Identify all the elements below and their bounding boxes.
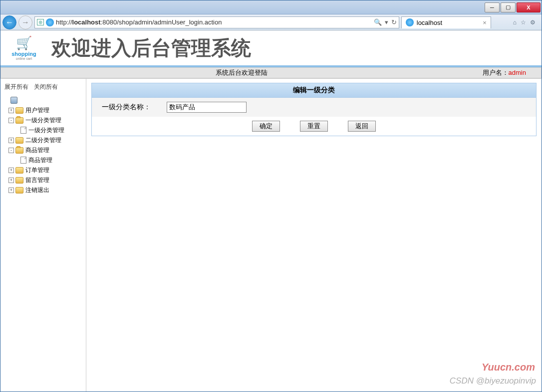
folder-open-icon <box>15 117 23 124</box>
expand-icon[interactable]: + <box>8 168 14 173</box>
sidebar-item-cat1[interactable]: -一级分类管理 <box>1 115 85 125</box>
folder-open-icon <box>15 147 23 154</box>
separator: ▾ <box>385 18 388 26</box>
category-name-input[interactable] <box>167 102 247 113</box>
folder-icon <box>15 167 23 174</box>
folder-icon <box>15 177 23 184</box>
user-info: 用户名：admin <box>483 68 541 77</box>
forward-button[interactable]: → <box>18 15 32 29</box>
panel-title: 编辑一级分类 <box>92 83 536 98</box>
maximize-button[interactable]: ▢ <box>501 2 516 12</box>
tab-title: localhost <box>417 19 442 26</box>
address-bar: ← → ⊕ http://localhost:8080/shop/admin/a… <box>0 14 542 30</box>
tab-close-icon[interactable]: × <box>483 19 487 26</box>
back-button[interactable]: ← <box>2 15 16 29</box>
sidebar-item-logout[interactable]: +注销退出 <box>1 185 85 195</box>
file-icon <box>20 127 26 134</box>
refresh-icon[interactable]: ↻ <box>391 18 397 26</box>
home-icon[interactable]: ⌂ <box>513 19 517 26</box>
sidebar-item-message[interactable]: +留言管理 <box>1 175 85 185</box>
ie-icon <box>46 18 54 26</box>
sidebar-item-cat2[interactable]: +二级分类管理 <box>1 135 85 145</box>
sidebar-item-user[interactable]: +用户管理 <box>1 105 85 115</box>
sidebar: 展开所有 关闭所有 +用户管理 -一级分类管理 一级分类管理 +二级分类管理 -… <box>0 79 86 392</box>
window-titlebar: ─ ▢ X <box>0 0 542 14</box>
main-panel: 编辑一级分类 一级分类名称： 确定 重置 返回 <box>86 79 542 392</box>
collapse-all-link[interactable]: 关闭所有 <box>34 83 58 90</box>
url-text: http://localhost:8080/shop/admin/adminUs… <box>56 18 372 26</box>
browser-tab[interactable]: localhost × <box>401 16 491 28</box>
folder-icon <box>15 187 23 194</box>
search-icon[interactable]: 🔍 <box>374 18 382 26</box>
collapse-icon[interactable]: - <box>8 148 14 153</box>
toolbar-icons: ⌂ ☆ ⚙ <box>509 19 540 26</box>
sidebar-item-cat1-sub[interactable]: 一级分类管理 <box>1 125 85 135</box>
file-icon <box>20 157 26 164</box>
expand-icon[interactable]: + <box>8 188 14 193</box>
welcome-text: 系统后台欢迎登陆 <box>1 68 483 77</box>
expand-icon[interactable]: + <box>8 108 14 113</box>
info-bar: 系统后台欢迎登陆 用户名：admin <box>0 67 542 78</box>
url-field[interactable]: ⊕ http://localhost:8080/shop/admin/admin… <box>34 16 399 28</box>
field-label: 一级分类名称： <box>102 103 167 112</box>
page-header: 🛒 shopping online cart 欢迎进入后台管理系统 <box>0 30 542 67</box>
collapse-icon[interactable]: - <box>8 118 14 123</box>
expand-icon[interactable]: + <box>8 178 14 183</box>
sidebar-item-product-sub[interactable]: 商品管理 <box>1 155 85 165</box>
logo: 🛒 shopping online cart <box>6 35 41 60</box>
nav-tree: +用户管理 -一级分类管理 一级分类管理 +二级分类管理 -商品管理 商品管理 … <box>1 95 85 195</box>
page-content: 🛒 shopping online cart 欢迎进入后台管理系统 系统后台欢迎… <box>0 30 542 392</box>
watermark: Yuucn.com <box>482 362 535 373</box>
drive-icon <box>10 97 17 104</box>
favorites-icon[interactable]: ☆ <box>521 19 526 26</box>
button-row: 确定 重置 返回 <box>92 117 536 136</box>
username: admin <box>509 69 526 76</box>
back-button[interactable]: 返回 <box>348 121 376 132</box>
folder-icon <box>15 137 23 144</box>
workspace: 展开所有 关闭所有 +用户管理 -一级分类管理 一级分类管理 +二级分类管理 -… <box>0 78 542 392</box>
settings-icon[interactable]: ⚙ <box>530 19 536 26</box>
expand-all-link[interactable]: 展开所有 <box>4 83 28 90</box>
page-title: 欢迎进入后台管理系统 <box>51 34 251 62</box>
folder-icon <box>15 107 23 114</box>
edit-panel: 编辑一级分类 一级分类名称： 确定 重置 返回 <box>91 83 537 136</box>
sidebar-item-product[interactable]: -商品管理 <box>1 145 85 155</box>
expand-icon[interactable]: + <box>8 138 14 143</box>
minimize-button[interactable]: ─ <box>485 2 500 12</box>
watermark: CSDN @biyezuopinvip <box>450 376 536 386</box>
browser-window: ─ ▢ X ← → ⊕ http://localhost:8080/shop/a… <box>0 0 542 392</box>
sidebar-item-order[interactable]: +订单管理 <box>1 165 85 175</box>
ie-icon <box>406 18 414 26</box>
reset-button[interactable]: 重置 <box>300 121 328 132</box>
ok-button[interactable]: 确定 <box>252 121 280 132</box>
tree-root[interactable] <box>1 95 85 105</box>
compat-icon: ⊕ <box>37 19 44 25</box>
close-button[interactable]: X <box>517 2 541 12</box>
form-row: 一级分类名称： <box>92 98 536 117</box>
cart-icon: 🛒 <box>6 35 41 51</box>
